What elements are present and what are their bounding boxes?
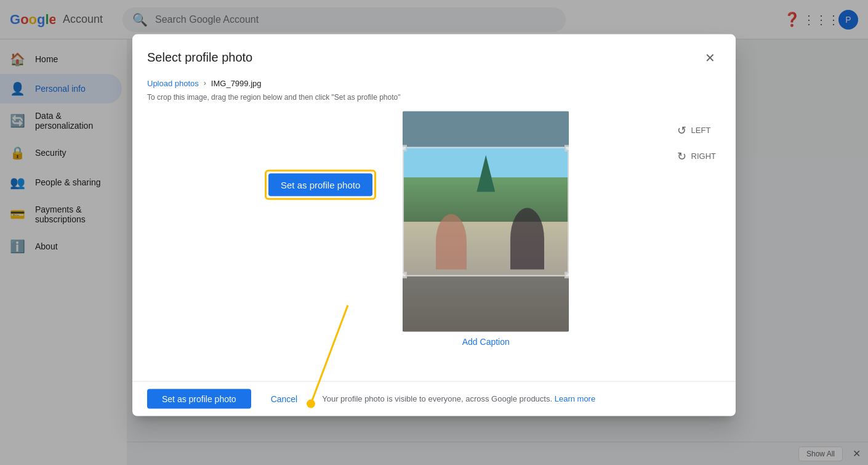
modal-footer: Set as profile photo Cancel Your profile… xyxy=(132,381,736,416)
breadcrumb-current: IMG_7999.jpg xyxy=(211,78,262,87)
callout-highlight-box: Set as profile photo xyxy=(265,169,376,200)
modal-header: Select profile photo ✕ xyxy=(132,34,736,78)
crop-handle-bl[interactable] xyxy=(403,272,407,278)
crop-dim-bottom xyxy=(403,276,569,331)
set-profile-photo-callout-button[interactable]: Set as profile photo xyxy=(268,173,372,196)
close-icon: ✕ xyxy=(705,50,715,65)
modal-title: Select profile photo xyxy=(147,51,252,65)
crop-handle-tr[interactable] xyxy=(565,145,569,151)
set-profile-photo-button[interactable]: Set as profile photo xyxy=(147,389,251,408)
crop-handle-br[interactable] xyxy=(565,272,569,278)
visibility-text-content: Your profile photo is visible to everyon… xyxy=(322,394,552,403)
crop-box[interactable] xyxy=(403,147,569,276)
modal-close-button[interactable]: ✕ xyxy=(699,46,721,68)
select-profile-photo-modal: Select profile photo ✕ Upload photos › I… xyxy=(132,34,736,416)
modal-body: Add Caption ↺ LEFT ↻ RIGHT Set as profil… xyxy=(132,111,736,381)
photo-container[interactable] xyxy=(403,111,569,331)
cancel-button[interactable]: Cancel xyxy=(256,389,313,408)
callout-button-area: Set as profile photo xyxy=(265,169,376,200)
add-caption-button[interactable]: Add Caption xyxy=(462,336,510,346)
crop-dim-top xyxy=(403,111,569,147)
image-crop-area[interactable]: Add Caption xyxy=(246,111,726,371)
breadcrumb-parent[interactable]: Upload photos xyxy=(147,78,199,87)
visibility-text: Your profile photo is visible to everyon… xyxy=(322,394,595,403)
crop-handle-tl[interactable] xyxy=(403,145,407,151)
breadcrumb: Upload photos › IMG_7999.jpg xyxy=(132,78,736,90)
crop-instruction: To crop this image, drag the region belo… xyxy=(132,90,736,111)
breadcrumb-arrow: › xyxy=(204,79,206,87)
learn-more-link[interactable]: Learn more xyxy=(555,394,595,403)
